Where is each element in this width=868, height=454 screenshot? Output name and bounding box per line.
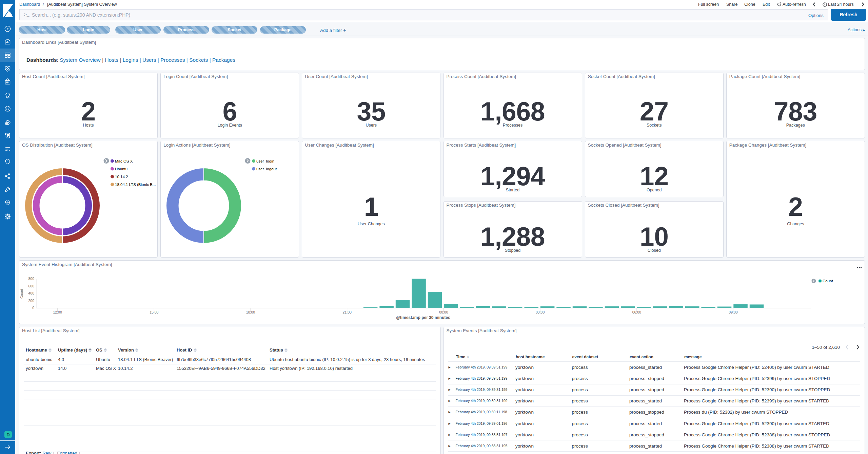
svg-text:@timestamp per 30 minutes: @timestamp per 30 minutes: [396, 315, 450, 320]
svg-text:Count: Count: [823, 279, 833, 283]
svg-text:400: 400: [28, 291, 34, 295]
svg-text:21:00: 21:00: [343, 310, 352, 314]
svg-text:06:00: 06:00: [632, 310, 641, 314]
svg-text:200: 200: [28, 299, 34, 303]
svg-text:15:00: 15:00: [150, 310, 158, 314]
svg-text:09:00: 09:00: [729, 310, 737, 314]
svg-text:Count: Count: [20, 289, 24, 299]
svg-text:800: 800: [28, 277, 34, 281]
svg-text:600: 600: [28, 284, 34, 288]
svg-text:12:00: 12:00: [53, 310, 62, 314]
svg-text:00:00: 00:00: [439, 310, 448, 314]
svg-text:0: 0: [32, 306, 34, 310]
svg-text:D: D: [6, 432, 9, 437]
svg-text:03:00: 03:00: [536, 310, 545, 314]
svg-text:18:00: 18:00: [246, 310, 255, 314]
